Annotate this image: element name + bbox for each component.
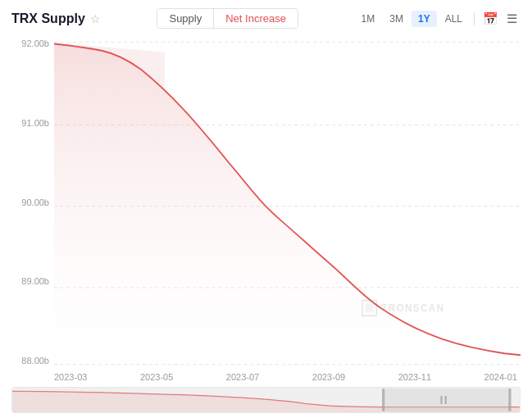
mini-chart[interactable] <box>11 387 521 413</box>
divider <box>474 12 475 25</box>
x-label-3: 2023-09 <box>312 372 345 382</box>
x-axis: 2023-03 2023-05 2023-07 2023-09 2023-11 … <box>11 369 521 382</box>
y-axis: 92.00b 91.00b 90.00b 89.00b 88.00b <box>11 35 54 369</box>
tab-supply[interactable]: Supply <box>157 9 214 28</box>
chart-main: 92.00b 91.00b 90.00b 89.00b 88.00b <box>11 35 521 369</box>
x-label-4: 2023-11 <box>398 372 431 382</box>
time-group: 1M 3M 1Y ALL 📅 ☰ <box>355 10 521 28</box>
y-label-3: 89.00b <box>11 276 54 286</box>
mini-chart-svg <box>12 388 520 412</box>
scroll-left-handle[interactable] <box>382 388 384 411</box>
chart-area: 92.00b 91.00b 90.00b 89.00b 88.00b <box>11 35 521 413</box>
y-label-2: 90.00b <box>11 198 54 207</box>
x-label-1: 2023-05 <box>140 372 173 382</box>
y-label-0: 92.00b <box>11 39 54 48</box>
tab-group: Supply Net Increase <box>157 8 298 29</box>
y-label-4: 88.00b <box>11 356 54 366</box>
star-icon[interactable]: ☆ <box>90 12 101 25</box>
time-1y[interactable]: 1Y <box>412 11 437 27</box>
tab-net-increase[interactable]: Net Increase <box>214 9 298 28</box>
menu-icon[interactable]: ☰ <box>503 10 521 28</box>
calendar-icon[interactable]: 📅 <box>480 10 502 28</box>
x-label-2: 2023-07 <box>226 372 259 382</box>
x-label-5: 2024-01 <box>484 372 517 382</box>
svg-text:TRONSCAN: TRONSCAN <box>381 302 444 315</box>
area-fill <box>54 43 521 369</box>
page-title: TRX Supply <box>11 11 85 26</box>
svg-rect-6 <box>366 304 374 312</box>
time-all[interactable]: ALL <box>439 11 469 27</box>
scroll-right-handle[interactable] <box>508 388 511 411</box>
x-label-0: 2023-03 <box>54 372 87 382</box>
time-3m[interactable]: 3M <box>383 11 410 27</box>
page-container: TRX Supply ☆ Supply Net Increase 1M 3M 1… <box>0 0 532 418</box>
svg-rect-9 <box>440 396 442 405</box>
title-group: TRX Supply ☆ <box>11 11 101 26</box>
svg-rect-10 <box>445 396 447 405</box>
y-label-1: 91.00b <box>11 118 54 128</box>
main-chart-svg: TRONSCAN <box>54 35 521 369</box>
time-1m[interactable]: 1M <box>355 11 382 27</box>
header: TRX Supply ☆ Supply Net Increase 1M 3M 1… <box>11 8 521 29</box>
